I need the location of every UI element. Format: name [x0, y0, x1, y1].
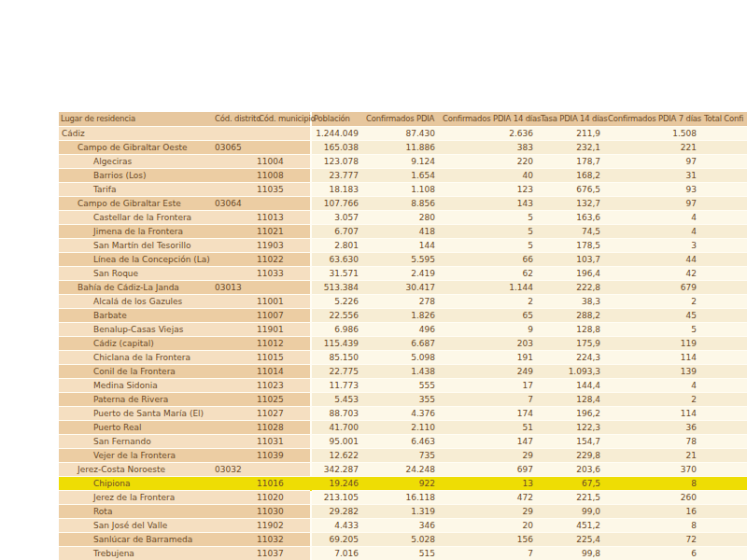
column-header-district-code[interactable]: Cód. distrito — [213, 112, 257, 126]
confirmed-pdia-14d-cell[interactable]: 249 — [441, 364, 539, 378]
column-header-municipality-code[interactable]: Cód. municipio — [257, 112, 311, 126]
confirmed-pdia-7d-cell[interactable]: 139 — [606, 364, 702, 378]
residence-name-cell[interactable]: Vejer de la Frontera — [59, 448, 213, 462]
confirmed-pdia-7d-cell[interactable]: 72 — [606, 532, 702, 546]
confirmed-pdia-cell[interactable]: 278 — [364, 294, 441, 308]
confirmed-pdia-14d-cell[interactable]: 472 — [441, 490, 539, 504]
total-confirmed-cell[interactable] — [702, 336, 747, 350]
total-confirmed-cell[interactable] — [702, 308, 747, 322]
residence-name-cell[interactable]: Benalup-Casas Viejas — [59, 322, 213, 336]
confirmed-pdia-7d-cell[interactable]: 78 — [606, 434, 702, 448]
district-code-cell[interactable] — [213, 126, 257, 140]
confirmed-pdia-cell[interactable]: 2.419 — [364, 266, 441, 280]
rate-pdia-14d-cell[interactable]: 128,4 — [539, 392, 606, 406]
population-cell[interactable]: 165.038 — [311, 140, 364, 154]
residence-name-cell[interactable]: Línea de la Concepción (La) — [59, 252, 213, 266]
confirmed-pdia-cell[interactable]: 144 — [364, 238, 441, 252]
confirmed-pdia-7d-cell[interactable]: 2 — [606, 294, 702, 308]
confirmed-pdia-7d-cell[interactable]: 97 — [606, 196, 702, 210]
confirmed-pdia-7d-cell[interactable]: 6 — [606, 546, 702, 560]
municipality-code-cell[interactable]: 11032 — [257, 532, 311, 546]
residence-name-cell[interactable]: Puerto Real — [59, 420, 213, 434]
municipality-code-cell[interactable]: 11027 — [257, 406, 311, 420]
population-cell[interactable]: 85.150 — [311, 350, 364, 364]
residence-name-cell[interactable]: Chipiona — [59, 476, 213, 490]
district-code-cell[interactable] — [213, 168, 257, 182]
confirmed-pdia-14d-cell[interactable]: 5 — [441, 238, 539, 252]
confirmed-pdia-cell[interactable]: 4.376 — [364, 406, 441, 420]
rate-pdia-14d-cell[interactable]: 196,2 — [539, 406, 606, 420]
total-confirmed-cell[interactable] — [702, 434, 747, 448]
confirmed-pdia-7d-cell[interactable]: 45 — [606, 308, 702, 322]
total-confirmed-cell[interactable] — [702, 378, 747, 392]
rate-pdia-14d-cell[interactable]: 122,3 — [539, 420, 606, 434]
confirmed-pdia-cell[interactable]: 1.108 — [364, 182, 441, 196]
population-cell[interactable]: 123.078 — [311, 154, 364, 168]
total-confirmed-cell[interactable] — [702, 238, 747, 252]
confirmed-pdia-14d-cell[interactable]: 2.636 — [441, 126, 539, 140]
district-code-cell[interactable] — [213, 238, 257, 252]
rate-pdia-14d-cell[interactable]: 229,8 — [539, 448, 606, 462]
municipality-code-cell[interactable]: 11025 — [257, 392, 311, 406]
rate-pdia-14d-cell[interactable]: 99,0 — [539, 504, 606, 518]
population-cell[interactable]: 7.016 — [311, 546, 364, 560]
rate-pdia-14d-cell[interactable]: 203,6 — [539, 462, 606, 476]
confirmed-pdia-7d-cell[interactable]: 44 — [606, 252, 702, 266]
column-header-confirmed-pdia-7d[interactable]: Confirmados PDIA 7 días — [606, 112, 702, 126]
population-cell[interactable]: 88.703 — [311, 406, 364, 420]
column-header-total-confirmed[interactable]: Total Confi — [702, 112, 747, 126]
confirmed-pdia-7d-cell[interactable]: 119 — [606, 336, 702, 350]
confirmed-pdia-14d-cell[interactable]: 143 — [441, 196, 539, 210]
municipality-code-cell[interactable]: 11028 — [257, 420, 311, 434]
confirmed-pdia-cell[interactable]: 87.430 — [364, 126, 441, 140]
population-cell[interactable]: 4.433 — [311, 518, 364, 532]
column-header-confirmed-pdia[interactable]: Confirmados PDIA — [364, 112, 441, 126]
total-confirmed-cell[interactable] — [702, 420, 747, 434]
district-code-cell[interactable] — [213, 476, 257, 490]
district-code-cell[interactable] — [213, 420, 257, 434]
confirmed-pdia-cell[interactable]: 496 — [364, 322, 441, 336]
confirmed-pdia-7d-cell[interactable]: 31 — [606, 168, 702, 182]
residence-name-cell[interactable]: San Fernando — [59, 434, 213, 448]
confirmed-pdia-cell[interactable]: 11.886 — [364, 140, 441, 154]
municipality-code-cell[interactable] — [257, 462, 311, 476]
confirmed-pdia-14d-cell[interactable]: 1.144 — [441, 280, 539, 294]
confirmed-pdia-cell[interactable]: 1.654 — [364, 168, 441, 182]
residence-name-cell[interactable]: Alcalá de los Gazules — [59, 294, 213, 308]
residence-name-cell[interactable]: Jerez-Costa Noroeste — [59, 462, 213, 476]
municipality-code-cell[interactable]: 11901 — [257, 322, 311, 336]
confirmed-pdia-14d-cell[interactable]: 65 — [441, 308, 539, 322]
total-confirmed-cell[interactable] — [702, 294, 747, 308]
district-code-cell[interactable] — [213, 154, 257, 168]
confirmed-pdia-cell[interactable]: 418 — [364, 224, 441, 238]
residence-name-cell[interactable]: Paterna de Rivera — [59, 392, 213, 406]
total-confirmed-cell[interactable] — [702, 364, 747, 378]
residence-name-cell[interactable]: Campo de Gibraltar Este — [59, 196, 213, 210]
confirmed-pdia-cell[interactable]: 1.438 — [364, 364, 441, 378]
total-confirmed-cell[interactable] — [702, 350, 747, 364]
residence-name-cell[interactable]: Cádiz — [59, 126, 213, 140]
population-cell[interactable]: 41.700 — [311, 420, 364, 434]
district-code-cell[interactable] — [213, 182, 257, 196]
confirmed-pdia-7d-cell[interactable]: 21 — [606, 448, 702, 462]
municipality-code-cell[interactable]: 11001 — [257, 294, 311, 308]
confirmed-pdia-14d-cell[interactable]: 174 — [441, 406, 539, 420]
total-confirmed-cell[interactable] — [702, 322, 747, 336]
municipality-code-cell[interactable]: 11020 — [257, 490, 311, 504]
population-cell[interactable]: 1.244.049 — [311, 126, 364, 140]
population-cell[interactable]: 5.226 — [311, 294, 364, 308]
confirmed-pdia-cell[interactable]: 6.687 — [364, 336, 441, 350]
confirmed-pdia-cell[interactable]: 735 — [364, 448, 441, 462]
district-code-cell[interactable] — [213, 210, 257, 224]
district-code-cell[interactable] — [213, 294, 257, 308]
total-confirmed-cell[interactable] — [702, 518, 747, 532]
total-confirmed-cell[interactable] — [702, 448, 747, 462]
rate-pdia-14d-cell[interactable]: 74,5 — [539, 224, 606, 238]
confirmed-pdia-cell[interactable]: 6.463 — [364, 434, 441, 448]
population-cell[interactable]: 5.453 — [311, 392, 364, 406]
municipality-code-cell[interactable]: 11016 — [257, 476, 311, 490]
confirmed-pdia-14d-cell[interactable]: 220 — [441, 154, 539, 168]
rate-pdia-14d-cell[interactable]: 225,4 — [539, 532, 606, 546]
population-cell[interactable]: 12.622 — [311, 448, 364, 462]
confirmed-pdia-7d-cell[interactable]: 8 — [606, 476, 702, 490]
